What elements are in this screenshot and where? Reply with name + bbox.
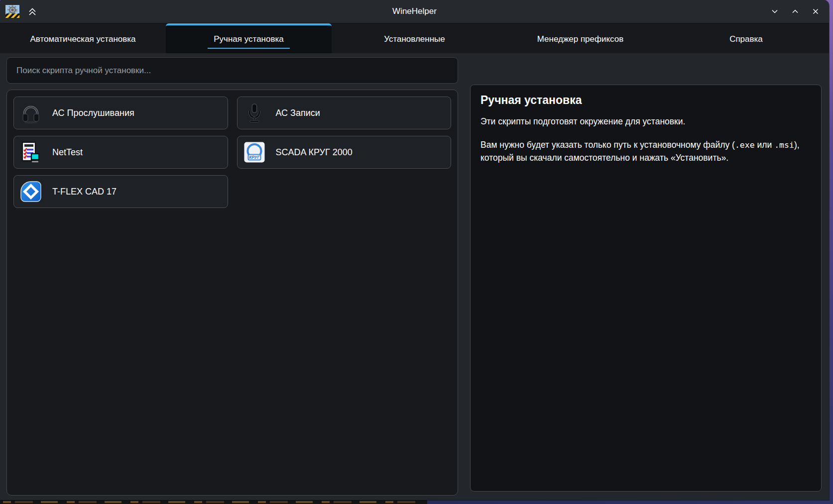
script-label: SCADA КРУГ 2000 — [276, 147, 353, 158]
winehelper-app-icon — [5, 4, 20, 19]
desktop-background-sliver — [0, 500, 427, 504]
krug-logo-icon: КРУГ — [243, 141, 265, 163]
tflex-logo-icon — [20, 181, 42, 202]
tab-prefix-manager[interactable]: Менеджер префиксов — [497, 23, 663, 53]
script-button-scada-krug-2000[interactable]: КРУГ SCADA КРУГ 2000 — [237, 136, 452, 169]
script-button-tflex-cad-17[interactable]: T-FLEX CAD 17 — [13, 175, 228, 208]
script-label: АС Прослушивания — [52, 108, 134, 118]
maximize-button[interactable] — [789, 5, 801, 17]
tab-bar: Автоматическая установка Ручная установк… — [0, 23, 829, 53]
msi-extension-code: .msi — [774, 140, 794, 150]
script-label: NetTest — [52, 147, 83, 158]
scripts-column: АС Прослушивания АС Запи — [6, 57, 458, 496]
info-panel: Ручная установка Эти скрипты подготовят … — [470, 85, 822, 492]
info-paragraph-2: Вам нужно будет указать только путь к ус… — [480, 138, 811, 165]
close-button[interactable] — [810, 5, 822, 17]
minimize-button[interactable] — [769, 5, 781, 17]
tab-auto-install[interactable]: Автоматическая установка — [0, 23, 166, 53]
tab-manual-install[interactable]: Ручная установка — [166, 23, 332, 53]
checklist-monitor-icon — [20, 141, 42, 163]
search-input[interactable] — [6, 57, 458, 84]
script-label: T-FLEX CAD 17 — [52, 187, 117, 197]
window-title: WineHelper — [0, 6, 829, 16]
headphones-icon — [20, 102, 42, 124]
titlebar[interactable]: WineHelper — [0, 0, 829, 23]
winehelper-window: WineHelper — [0, 0, 829, 500]
svg-text:КРУГ: КРУГ — [249, 155, 260, 160]
info-paragraph-1: Эти скрипты подготовят окружение для уст… — [480, 115, 811, 128]
script-button-nettest[interactable]: NetTest — [13, 136, 228, 169]
scripts-panel: АС Прослушивания АС Запи — [6, 90, 458, 496]
tab-installed[interactable]: Установленные — [332, 23, 497, 53]
desktop-terminal-text-blur — [3, 501, 422, 503]
script-button-as-recording[interactable]: АС Записи — [237, 97, 452, 129]
script-label: АС Записи — [276, 108, 320, 118]
main-content: АС Прослушивания АС Запи — [0, 53, 829, 500]
shade-double-chevron-up-icon[interactable] — [26, 5, 38, 17]
script-button-as-listening[interactable]: АС Прослушивания — [13, 97, 228, 129]
exe-extension-code: .exe — [735, 140, 755, 150]
info-title: Ручная установка — [480, 94, 811, 107]
tab-help[interactable]: Справка — [663, 23, 829, 53]
microphone-icon — [243, 102, 265, 124]
